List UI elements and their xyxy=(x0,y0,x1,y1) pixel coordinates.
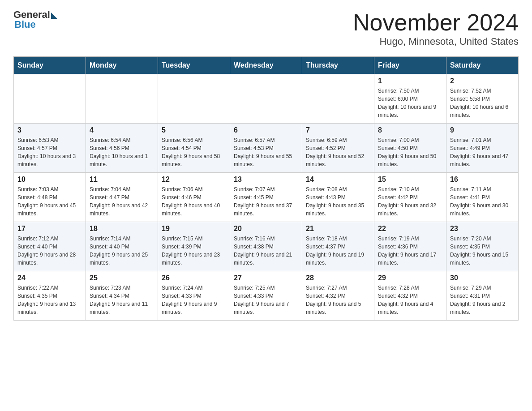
day-number: 18 xyxy=(90,225,154,233)
day-info: Sunrise: 6:54 AM Sunset: 4:56 PM Dayligh… xyxy=(90,136,154,168)
day-info: Sunrise: 7:19 AM Sunset: 4:36 PM Dayligh… xyxy=(378,235,442,267)
logo: General Blue xyxy=(13,9,57,30)
calendar-week-row: 3Sunrise: 6:53 AM Sunset: 4:57 PM Daylig… xyxy=(14,124,519,173)
calendar-cell xyxy=(86,74,158,124)
day-number: 5 xyxy=(162,126,226,134)
calendar-cell: 12Sunrise: 7:06 AM Sunset: 4:46 PM Dayli… xyxy=(158,173,230,222)
day-number: 13 xyxy=(234,176,298,184)
day-info: Sunrise: 7:08 AM Sunset: 4:43 PM Dayligh… xyxy=(306,185,370,218)
day-info: Sunrise: 7:24 AM Sunset: 4:33 PM Dayligh… xyxy=(162,284,226,316)
day-number: 7 xyxy=(306,126,370,134)
day-number: 29 xyxy=(378,274,442,282)
calendar-week-row: 10Sunrise: 7:03 AM Sunset: 4:48 PM Dayli… xyxy=(14,173,519,222)
calendar-cell: 11Sunrise: 7:04 AM Sunset: 4:47 PM Dayli… xyxy=(86,173,158,222)
weekday-header-saturday: Saturday xyxy=(446,57,519,74)
calendar-table: SundayMondayTuesdayWednesdayThursdayFrid… xyxy=(13,56,519,321)
day-number: 24 xyxy=(17,274,82,282)
day-number: 30 xyxy=(450,274,515,282)
calendar-cell: 13Sunrise: 7:07 AM Sunset: 4:45 PM Dayli… xyxy=(230,173,302,222)
location-title: Hugo, Minnesota, United States xyxy=(353,36,519,47)
day-number: 1 xyxy=(378,77,442,85)
day-number: 20 xyxy=(234,225,298,233)
day-info: Sunrise: 7:18 AM Sunset: 4:37 PM Dayligh… xyxy=(306,235,370,267)
calendar-cell: 9Sunrise: 7:01 AM Sunset: 4:49 PM Daylig… xyxy=(446,124,519,173)
calendar-cell: 6Sunrise: 6:57 AM Sunset: 4:53 PM Daylig… xyxy=(230,124,302,173)
day-info: Sunrise: 7:01 AM Sunset: 4:49 PM Dayligh… xyxy=(450,136,515,168)
calendar-cell: 1Sunrise: 7:50 AM Sunset: 6:00 PM Daylig… xyxy=(374,74,446,124)
day-info: Sunrise: 7:03 AM Sunset: 4:48 PM Dayligh… xyxy=(17,185,82,218)
calendar-cell: 22Sunrise: 7:19 AM Sunset: 4:36 PM Dayli… xyxy=(374,222,446,271)
weekday-header-monday: Monday xyxy=(86,57,158,74)
calendar-cell: 10Sunrise: 7:03 AM Sunset: 4:48 PM Dayli… xyxy=(14,173,86,222)
weekday-header-thursday: Thursday xyxy=(302,57,374,74)
day-number: 12 xyxy=(162,176,226,184)
day-info: Sunrise: 7:14 AM Sunset: 4:40 PM Dayligh… xyxy=(90,235,154,267)
day-info: Sunrise: 7:29 AM Sunset: 4:31 PM Dayligh… xyxy=(450,284,515,316)
weekday-header-sunday: Sunday xyxy=(14,57,86,74)
calendar-cell: 8Sunrise: 7:00 AM Sunset: 4:50 PM Daylig… xyxy=(374,124,446,173)
calendar-cell: 4Sunrise: 6:54 AM Sunset: 4:56 PM Daylig… xyxy=(86,124,158,173)
page-header: General Blue November 2024 Hugo, Minneso… xyxy=(13,9,519,47)
calendar-cell: 23Sunrise: 7:20 AM Sunset: 4:35 PM Dayli… xyxy=(446,222,519,271)
day-info: Sunrise: 7:25 AM Sunset: 4:33 PM Dayligh… xyxy=(234,284,298,316)
calendar-cell: 3Sunrise: 6:53 AM Sunset: 4:57 PM Daylig… xyxy=(14,124,86,173)
title-section: November 2024 Hugo, Minnesota, United St… xyxy=(353,9,519,47)
day-info: Sunrise: 7:20 AM Sunset: 4:35 PM Dayligh… xyxy=(450,235,515,267)
month-title: November 2024 xyxy=(353,9,519,36)
calendar-week-row: 24Sunrise: 7:22 AM Sunset: 4:35 PM Dayli… xyxy=(14,271,519,321)
calendar-cell: 25Sunrise: 7:23 AM Sunset: 4:34 PM Dayli… xyxy=(86,271,158,321)
calendar-cell: 14Sunrise: 7:08 AM Sunset: 4:43 PM Dayli… xyxy=(302,173,374,222)
day-info: Sunrise: 7:50 AM Sunset: 6:00 PM Dayligh… xyxy=(378,87,442,119)
calendar-cell xyxy=(230,74,302,124)
day-number: 27 xyxy=(234,274,298,282)
calendar-cell: 26Sunrise: 7:24 AM Sunset: 4:33 PM Dayli… xyxy=(158,271,230,321)
calendar-cell xyxy=(302,74,374,124)
day-number: 26 xyxy=(162,274,226,282)
day-info: Sunrise: 7:23 AM Sunset: 4:34 PM Dayligh… xyxy=(90,284,154,316)
calendar-cell: 20Sunrise: 7:16 AM Sunset: 4:38 PM Dayli… xyxy=(230,222,302,271)
day-info: Sunrise: 7:27 AM Sunset: 4:32 PM Dayligh… xyxy=(306,284,370,316)
day-number: 3 xyxy=(17,126,82,134)
calendar-cell: 19Sunrise: 7:15 AM Sunset: 4:39 PM Dayli… xyxy=(158,222,230,271)
calendar-cell: 7Sunrise: 6:59 AM Sunset: 4:52 PM Daylig… xyxy=(302,124,374,173)
day-info: Sunrise: 7:28 AM Sunset: 4:32 PM Dayligh… xyxy=(378,284,442,316)
day-info: Sunrise: 7:04 AM Sunset: 4:47 PM Dayligh… xyxy=(90,185,154,218)
day-info: Sunrise: 6:56 AM Sunset: 4:54 PM Dayligh… xyxy=(162,136,226,168)
day-number: 22 xyxy=(378,225,442,233)
day-info: Sunrise: 7:07 AM Sunset: 4:45 PM Dayligh… xyxy=(234,185,298,218)
calendar-cell: 30Sunrise: 7:29 AM Sunset: 4:31 PM Dayli… xyxy=(446,271,519,321)
calendar-cell: 29Sunrise: 7:28 AM Sunset: 4:32 PM Dayli… xyxy=(374,271,446,321)
day-info: Sunrise: 7:12 AM Sunset: 4:40 PM Dayligh… xyxy=(17,235,82,267)
weekday-header-row: SundayMondayTuesdayWednesdayThursdayFrid… xyxy=(14,57,519,74)
day-info: Sunrise: 6:53 AM Sunset: 4:57 PM Dayligh… xyxy=(17,136,82,168)
day-number: 23 xyxy=(450,225,515,233)
day-info: Sunrise: 7:52 AM Sunset: 5:58 PM Dayligh… xyxy=(450,87,515,119)
day-info: Sunrise: 7:11 AM Sunset: 4:41 PM Dayligh… xyxy=(450,185,515,218)
day-number: 16 xyxy=(450,176,515,184)
day-info: Sunrise: 7:15 AM Sunset: 4:39 PM Dayligh… xyxy=(162,235,226,267)
day-info: Sunrise: 7:06 AM Sunset: 4:46 PM Dayligh… xyxy=(162,185,226,218)
calendar-cell: 28Sunrise: 7:27 AM Sunset: 4:32 PM Dayli… xyxy=(302,271,374,321)
weekday-header-tuesday: Tuesday xyxy=(158,57,230,74)
day-number: 2 xyxy=(450,77,515,85)
weekday-header-friday: Friday xyxy=(374,57,446,74)
day-number: 19 xyxy=(162,225,226,233)
day-info: Sunrise: 7:16 AM Sunset: 4:38 PM Dayligh… xyxy=(234,235,298,267)
day-number: 11 xyxy=(90,176,154,184)
day-info: Sunrise: 7:00 AM Sunset: 4:50 PM Dayligh… xyxy=(378,136,442,168)
day-number: 6 xyxy=(234,126,298,134)
day-number: 15 xyxy=(378,176,442,184)
day-number: 9 xyxy=(450,126,515,134)
day-number: 21 xyxy=(306,225,370,233)
weekday-header-wednesday: Wednesday xyxy=(230,57,302,74)
day-info: Sunrise: 7:10 AM Sunset: 4:42 PM Dayligh… xyxy=(378,185,442,218)
calendar-cell: 27Sunrise: 7:25 AM Sunset: 4:33 PM Dayli… xyxy=(230,271,302,321)
day-number: 4 xyxy=(90,126,154,134)
calendar-cell: 5Sunrise: 6:56 AM Sunset: 4:54 PM Daylig… xyxy=(158,124,230,173)
day-number: 8 xyxy=(378,126,442,134)
calendar-cell: 17Sunrise: 7:12 AM Sunset: 4:40 PM Dayli… xyxy=(14,222,86,271)
day-info: Sunrise: 6:59 AM Sunset: 4:52 PM Dayligh… xyxy=(306,136,370,168)
day-number: 14 xyxy=(306,176,370,184)
calendar-cell: 15Sunrise: 7:10 AM Sunset: 4:42 PM Dayli… xyxy=(374,173,446,222)
day-info: Sunrise: 6:57 AM Sunset: 4:53 PM Dayligh… xyxy=(234,136,298,168)
